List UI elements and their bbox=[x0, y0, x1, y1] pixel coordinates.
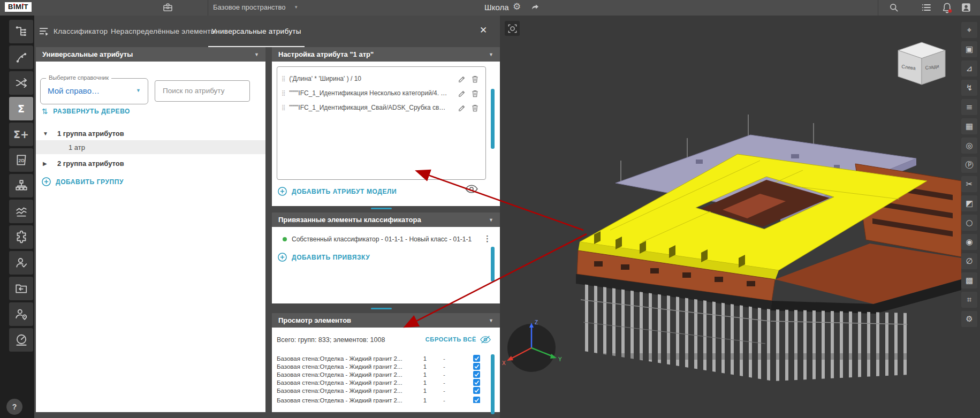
section-divider[interactable] bbox=[371, 208, 392, 209]
sidebar-item-attributes[interactable]: Σ bbox=[9, 97, 33, 120]
fit-to-view-button[interactable] bbox=[505, 21, 520, 36]
panel-menu-icon[interactable] bbox=[39, 26, 50, 37]
scrollbar[interactable] bbox=[491, 89, 495, 149]
attribute-search-input[interactable] bbox=[162, 86, 244, 95]
briefcase-icon[interactable] bbox=[162, 2, 173, 13]
vtool-points-button[interactable]: Ⓟ bbox=[961, 157, 977, 173]
panel-tab-bar: Классификатор Нераспределённые элементы … bbox=[34, 16, 500, 47]
edit-pencil-icon[interactable] bbox=[458, 104, 466, 112]
vtool-clash-button[interactable]: ↯ bbox=[961, 80, 977, 96]
tab-classifier[interactable]: Классификатор bbox=[50, 16, 111, 46]
table-row[interactable]: Базовая стена:Отделка - Жидкий гранит 2.… bbox=[272, 378, 491, 386]
formula-row[interactable]: ⣿ """"IFC_1_Идентификация_Свай/ADSK_Сруб… bbox=[277, 100, 485, 115]
visibility-checkbox[interactable] bbox=[473, 355, 480, 362]
delete-trash-icon[interactable] bbox=[471, 75, 479, 83]
reset-all-button[interactable]: СБРОСИТЬ ВСЁ bbox=[426, 336, 476, 343]
drag-handle-icon[interactable]: ⣿ bbox=[282, 90, 285, 96]
delete-trash-icon[interactable] bbox=[471, 89, 479, 97]
vtool-region-button[interactable]: ⌗ bbox=[961, 292, 977, 308]
vtool-texture-button[interactable]: ▩ bbox=[961, 272, 977, 288]
kebab-menu-icon[interactable]: ⋮ bbox=[483, 234, 491, 244]
navigation-cube[interactable]: Слева Сзади bbox=[898, 42, 945, 85]
sidebar-item-add-attributes[interactable]: Σ+ bbox=[9, 123, 33, 146]
vtool-cut-button[interactable]: ✂ bbox=[961, 176, 977, 192]
share-icon[interactable] bbox=[530, 3, 541, 12]
table-row[interactable]: Базовая стена:Отделка - Жидкий гранит 2.… bbox=[272, 370, 491, 378]
notifications-bell-icon[interactable] bbox=[941, 2, 953, 14]
tree-group-2[interactable]: ▶ 2 группа атрибутов bbox=[36, 156, 265, 170]
tab-unallocated[interactable]: Нераспределённые элементы bbox=[108, 16, 219, 46]
sidebar-item-hierarchy[interactable] bbox=[9, 174, 33, 197]
drag-handle-icon[interactable]: ⣿ bbox=[282, 75, 285, 81]
table-scrollbar[interactable] bbox=[491, 354, 495, 414]
model-viewport[interactable]: Слева Сзади Z X Y ⌖ bbox=[500, 16, 980, 418]
sidebar-item-selection[interactable] bbox=[9, 45, 33, 69]
add-group-button[interactable]: ДОБАВИТЬ ГРУППУ bbox=[42, 177, 124, 186]
formula-row[interactable]: ⣿ """"IFC_1_Идентификация Несколько кате… bbox=[277, 86, 485, 100]
vtool-locate-button[interactable]: ◎ bbox=[961, 138, 977, 154]
list-view-icon[interactable] bbox=[921, 2, 932, 13]
formula-row[interactable]: ⣿ ('Длина' * 'Ширина' ) / 10 bbox=[277, 71, 485, 86]
add-model-attribute-label: ДОБАВИТЬ АТРИБУТ МОДЕЛИ bbox=[292, 188, 397, 195]
dictionary-select[interactable]: Выберите справочник Мой справо… ▼ bbox=[40, 78, 148, 104]
edit-pencil-icon[interactable] bbox=[458, 89, 466, 97]
workspace-selector[interactable]: Базовое пространство ▼ bbox=[213, 3, 298, 11]
bound-classifier-elements-header[interactable]: Привязанные элементы классификатора ▼ bbox=[272, 212, 500, 227]
sidebar-item-2d-view[interactable]: 2D bbox=[9, 148, 33, 172]
sidebar-item-plugins[interactable] bbox=[9, 225, 33, 249]
visibility-checkbox[interactable] bbox=[473, 397, 480, 403]
table-row[interactable]: Базовая стена:Отделка - Жидкий гранит 2.… bbox=[272, 396, 491, 403]
vtool-fit-view-button[interactable]: ⌖ bbox=[961, 22, 977, 38]
settings-gear-icon[interactable]: ⚙ bbox=[513, 1, 521, 12]
tab-universal-attributes[interactable]: Универсальные атрибуты bbox=[208, 16, 305, 47]
attribute-search-field[interactable] bbox=[155, 80, 250, 102]
visibility-checkbox[interactable] bbox=[473, 363, 480, 370]
visibility-checkbox[interactable] bbox=[473, 371, 480, 378]
vtool-view-cube-button[interactable]: ▣ bbox=[961, 41, 977, 57]
vtool-circle-tool-button[interactable]: ○ bbox=[961, 215, 977, 231]
add-binding-button[interactable]: ДОБАВИТЬ ПРИВЯЗКУ bbox=[278, 253, 370, 262]
caret-down-icon[interactable]: ▼ bbox=[43, 131, 50, 136]
hide-all-eye-off-icon[interactable] bbox=[480, 335, 491, 344]
visibility-checkbox[interactable] bbox=[473, 387, 480, 394]
drag-handle-icon[interactable]: ⣿ bbox=[282, 104, 285, 110]
user-avatar-icon[interactable] bbox=[960, 2, 972, 13]
caret-right-icon[interactable]: ▶ bbox=[43, 161, 50, 166]
sidebar-item-dashboard[interactable] bbox=[9, 328, 33, 352]
axis-gizmo[interactable]: Z X Y bbox=[502, 320, 562, 372]
sidebar-item-export[interactable] bbox=[9, 277, 33, 300]
vtool-hide-button[interactable]: ∅ bbox=[961, 253, 977, 269]
vtool-section-button[interactable]: ◩ bbox=[961, 195, 977, 211]
delete-trash-icon[interactable] bbox=[471, 104, 479, 112]
expand-tree-button[interactable]: ⇅ РАЗВЕРНУТЬ ДЕРЕВО bbox=[42, 107, 130, 116]
sidebar-item-charts[interactable] bbox=[9, 200, 33, 223]
attribute-setup-section-header[interactable]: Настройка атрибута "1 атр" ▼ bbox=[272, 47, 500, 62]
table-row[interactable]: Базовая стена:Отделка - Жидкий гранит 2.… bbox=[272, 386, 491, 394]
universal-attributes-section-header[interactable]: Универсальные атрибуты ▼ bbox=[36, 47, 265, 62]
sidebar-item-connections[interactable] bbox=[9, 71, 33, 95]
vtool-visibility-button[interactable]: ◉ bbox=[961, 234, 977, 250]
help-button[interactable]: ? bbox=[6, 399, 22, 415]
tree-item-1-atr[interactable]: 1 атр bbox=[36, 140, 265, 154]
sidebar-item-user-locations[interactable] bbox=[9, 302, 33, 326]
table-row[interactable]: Базовая стена:Отделка - Жидкий гранит 2.… bbox=[272, 362, 491, 370]
vtool-measure-button[interactable]: ⊿ bbox=[961, 60, 977, 77]
vtool-settings-button[interactable]: ⚙ bbox=[961, 311, 977, 327]
sidebar-item-approvals[interactable] bbox=[9, 251, 33, 275]
vtool-grid-button[interactable]: ▦ bbox=[961, 118, 977, 134]
table-row[interactable]: Базовая стена:Отделка - Жидкий гранит 2.… bbox=[272, 354, 491, 362]
section-divider[interactable] bbox=[371, 308, 392, 309]
edit-pencil-icon[interactable] bbox=[458, 75, 466, 83]
visibility-checkbox[interactable] bbox=[473, 379, 480, 386]
element-preview-header[interactable]: Просмотр элементов ▼ bbox=[272, 313, 500, 328]
close-icon[interactable]: ✕ bbox=[480, 25, 487, 36]
element-value: - bbox=[433, 363, 455, 370]
add-model-attribute-button[interactable]: ДОБАВИТЬ АТРИБУТ МОДЕЛИ bbox=[278, 187, 397, 196]
show-in-model-eye-icon[interactable] bbox=[465, 184, 481, 197]
scrollbar[interactable] bbox=[491, 247, 495, 282]
search-icon[interactable] bbox=[888, 2, 899, 13]
tree-group-1[interactable]: ▼ 1 группа атрибутов bbox=[36, 126, 265, 140]
binding-list-item[interactable]: Собственный классификатор - 01-1-1 - Нов… bbox=[272, 232, 500, 246]
vtool-layers-button[interactable]: ≡ bbox=[961, 99, 977, 115]
sidebar-item-structure[interactable] bbox=[9, 20, 33, 43]
